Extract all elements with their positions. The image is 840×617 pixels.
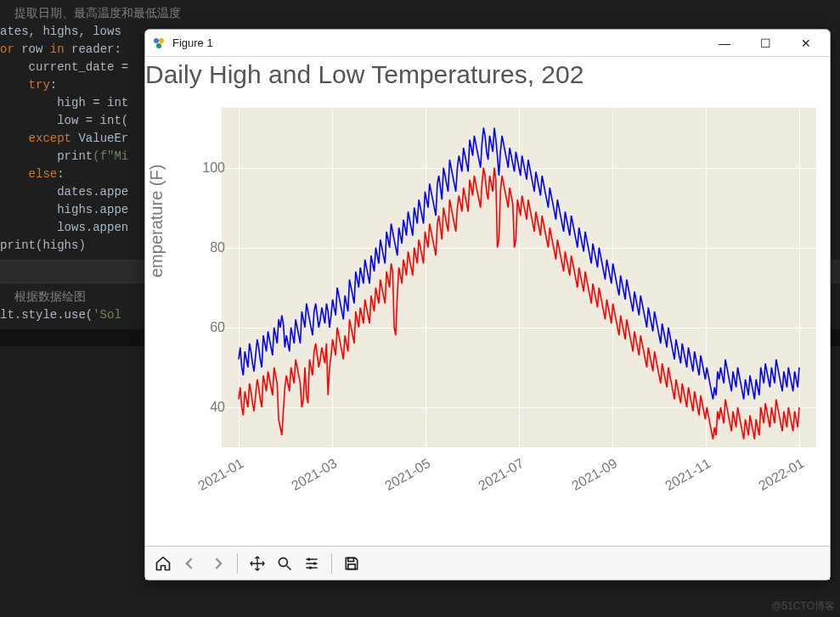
app-icon bbox=[152, 36, 166, 50]
svg-point-0 bbox=[154, 38, 159, 43]
save-button[interactable] bbox=[339, 551, 364, 576]
svg-point-6 bbox=[309, 566, 312, 569]
back-button[interactable] bbox=[178, 551, 203, 576]
close-button[interactable]: ✕ bbox=[789, 33, 823, 53]
home-icon bbox=[155, 555, 172, 572]
x-tick: 2021-05 bbox=[359, 456, 433, 508]
x-tick: 2021-09 bbox=[546, 456, 620, 508]
close-icon: ✕ bbox=[801, 36, 811, 50]
lows-line bbox=[239, 168, 799, 440]
x-tick: 2021-07 bbox=[453, 456, 527, 508]
svg-rect-8 bbox=[348, 564, 355, 569]
minimize-button[interactable]: — bbox=[708, 33, 741, 53]
save-icon bbox=[343, 555, 360, 572]
x-tick: 2021-11 bbox=[640, 456, 713, 508]
svg-point-5 bbox=[313, 562, 316, 564]
x-tick: 2021-03 bbox=[266, 456, 340, 508]
back-icon bbox=[182, 555, 199, 572]
y-axis-label: emperature (F) bbox=[147, 165, 166, 278]
zoom-button[interactable] bbox=[272, 551, 297, 576]
chart-lines bbox=[222, 108, 816, 447]
configure-button[interactable] bbox=[299, 551, 324, 576]
home-button[interactable] bbox=[150, 551, 176, 576]
pan-button[interactable] bbox=[245, 551, 270, 576]
maximize-button[interactable]: ☐ bbox=[748, 33, 782, 53]
matplotlib-toolbar bbox=[145, 546, 830, 580]
window-title: Figure 1 bbox=[172, 36, 213, 49]
plot-area[interactable]: Daily High and Low Temperatures, 202 emp… bbox=[145, 57, 830, 546]
svg-point-2 bbox=[156, 43, 161, 48]
forward-icon bbox=[209, 555, 226, 572]
pan-icon bbox=[249, 555, 266, 572]
forward-button[interactable] bbox=[205, 551, 230, 576]
code-line: 提取日期、最高温度和最低温度 bbox=[0, 5, 840, 23]
svg-point-3 bbox=[279, 558, 287, 566]
svg-point-1 bbox=[159, 38, 164, 43]
window-titlebar[interactable]: Figure 1 — ☐ ✕ bbox=[145, 30, 830, 57]
toolbar-separator bbox=[331, 553, 332, 574]
maximize-icon: ☐ bbox=[760, 36, 771, 50]
zoom-icon bbox=[276, 555, 293, 572]
svg-point-4 bbox=[307, 558, 310, 560]
figure-window: Figure 1 — ☐ ✕ Daily High and Low Temper… bbox=[144, 29, 831, 581]
x-tick: 2022-01 bbox=[733, 456, 807, 508]
x-tick: 2021-01 bbox=[172, 456, 246, 508]
watermark: @51CTO博客 bbox=[771, 599, 835, 614]
svg-rect-7 bbox=[348, 558, 354, 561]
toolbar-separator bbox=[237, 553, 238, 574]
minimize-icon: — bbox=[719, 36, 730, 50]
chart-title: Daily High and Low Temperatures, 202 bbox=[145, 60, 830, 89]
sliders-icon bbox=[303, 555, 320, 572]
highs-line bbox=[239, 128, 799, 400]
